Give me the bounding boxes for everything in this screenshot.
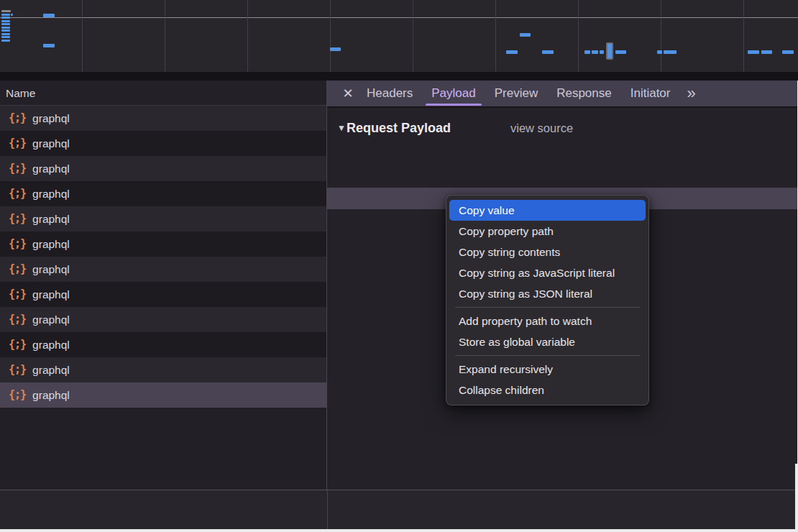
menu-item-copy-string-as-json-literal[interactable]: Copy string as JSON literal [449,283,646,304]
payload-operation-name-row[interactable]: operationName: "ipFlowTimeseries" [327,166,797,188]
request-timing-bar[interactable] [1,14,10,16]
overview-gridline-vertical [578,0,579,72]
request-name-label: graphql [32,106,70,131]
request-timing-bar[interactable] [1,36,10,38]
json-request-icon: {;} [9,206,26,231]
request-timing-bar[interactable] [43,14,55,17]
request-timing-bar[interactable] [542,50,554,54]
request-timing-bar[interactable] [43,44,55,47]
tab-payload[interactable]: Payload [431,81,475,106]
request-row[interactable]: {;}graphql [0,106,326,131]
request-row[interactable]: {;}graphql [0,307,326,332]
name-column-header[interactable]: Name [0,81,326,106]
status-bar [0,490,798,529]
json-request-icon: {;} [9,181,26,206]
overview-bottom-strip [0,72,798,81]
request-timing-bar[interactable] [1,17,10,19]
menu-item-expand-recursively[interactable]: Expand recursively [449,359,646,380]
request-timing-bar[interactable] [330,47,341,51]
network-overview-waterfall[interactable] [0,0,798,72]
request-rows: {;}graphql{;}graphql{;}graphql{;}graphql… [0,106,326,408]
payload-object-preview-row[interactable]: ▼ {operationName: "ipFlowTimeseries", va… [327,145,797,166]
json-request-icon: {;} [9,231,26,257]
overview-gridline-vertical [495,0,496,72]
request-timing-bar[interactable] [1,40,10,42]
request-name-label: graphql [32,257,70,282]
tab-preview[interactable]: Preview [495,81,538,106]
request-timing-bar[interactable] [1,23,10,25]
menu-item-copy-value[interactable]: Copy value [449,200,646,221]
request-name-label: graphql [32,382,70,408]
request-timing-bar[interactable] [615,50,626,54]
request-name-label: graphql [32,131,70,156]
request-name-label: graphql [32,307,70,332]
request-timing-bar[interactable] [748,50,759,54]
devtools-window: Name {;}graphql{;}graphql{;}graphql{;}gr… [0,0,798,532]
request-row-selected[interactable]: {;}graphql [0,382,326,408]
tab-initiator[interactable]: Initiator [630,81,671,106]
request-timing-bar[interactable] [1,33,10,35]
json-request-icon: {;} [9,131,26,156]
overview-gridline-vertical [413,0,413,72]
selected-request-marker[interactable] [606,42,613,60]
request-name-label: graphql [32,156,70,181]
tab-response[interactable]: Response [556,81,612,106]
request-row[interactable]: {;}graphql [0,181,326,206]
request-timing-bar[interactable] [11,14,13,16]
request-timing-bar[interactable] [657,50,662,54]
tab-headers[interactable]: Headers [367,81,413,106]
request-name-label: graphql [32,181,70,206]
section-collapse-caret[interactable]: ▼ [337,119,346,137]
request-timing-bar[interactable] [592,50,598,54]
request-payload-section-header: ▼ Request Payload view source [327,119,797,137]
request-timing-bar[interactable] [1,29,10,32]
overview-gridline-vertical [330,0,331,72]
request-name-label: graphql [32,231,70,257]
menu-item-copy-string-contents[interactable]: Copy string contents [449,242,646,262]
request-row[interactable]: {;}graphql [0,231,326,257]
request-timing-bar[interactable] [1,27,10,29]
status-bar-split [327,490,328,529]
menu-item-store-as-global-variable[interactable]: Store as global variable [449,331,646,352]
request-row[interactable]: {;}graphql [0,357,326,382]
request-row[interactable]: {;}graphql [0,332,326,357]
json-request-icon: {;} [9,257,26,282]
more-tabs-icon[interactable]: » [687,84,694,103]
overview-gridline-vertical [82,0,83,72]
request-timing-bar[interactable] [761,50,772,54]
overview-gridline-vertical [165,0,165,72]
overview-gridline-vertical [743,0,744,72]
section-title: Request Payload [347,119,451,137]
request-timing-bar[interactable] [1,10,11,12]
view-source-link[interactable]: view source [510,119,573,137]
request-timing-bar[interactable] [584,50,590,54]
request-timing-bar[interactable] [664,50,677,54]
request-row[interactable]: {;}graphql [0,257,326,282]
json-request-icon: {;} [9,106,26,131]
json-request-icon: {;} [9,357,26,382]
overview-gridline-vertical [247,0,248,72]
network-main-area: Name {;}graphql{;}graphql{;}graphql{;}gr… [0,81,798,490]
close-icon[interactable]: ✕ [339,86,357,101]
menu-item-copy-property-path[interactable]: Copy property path [449,221,646,242]
menu-divider [455,307,640,308]
request-name-label: graphql [32,332,70,357]
request-name-label: graphql [32,282,70,307]
menu-item-add-property-path-to-watch[interactable]: Add property path to watch [449,311,646,331]
request-row[interactable]: {;}graphql [0,282,326,307]
request-timing-bar[interactable] [1,20,10,22]
request-row[interactable]: {;}graphql [0,156,326,181]
request-name-label: graphql [32,357,70,382]
json-request-icon: {;} [9,332,26,357]
request-timing-bar[interactable] [506,50,518,54]
overview-gridline-vertical [661,0,661,72]
request-row[interactable]: {;}graphql [0,131,326,156]
request-timing-bar[interactable] [782,50,794,54]
request-timing-bar[interactable] [520,33,531,37]
menu-item-collapse-children[interactable]: Collapse children [449,380,646,400]
request-row[interactable]: {;}graphql [0,206,326,231]
menu-item-copy-string-as-javascript-literal[interactable]: Copy string as JavaScript literal [449,262,646,283]
request-timing-bar[interactable] [600,50,604,54]
page-background-bottom-edge [0,529,798,532]
request-list-panel: Name {;}graphql{;}graphql{;}graphql{;}gr… [0,81,327,490]
